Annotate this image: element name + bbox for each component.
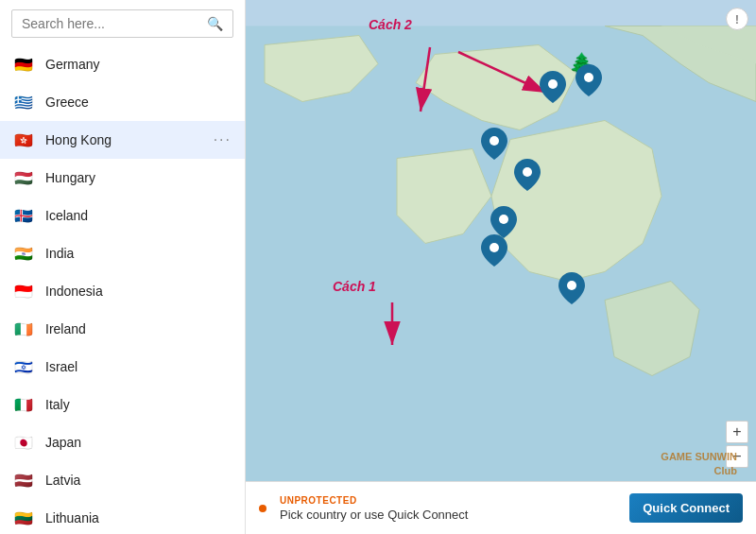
pin-svg	[540, 71, 566, 103]
pin-svg	[514, 159, 541, 191]
flag-india: 🇮🇳	[13, 243, 34, 264]
svg-point-9	[523, 167, 532, 177]
flag-iceland: 🇮🇸	[13, 205, 34, 226]
map-pin-2[interactable]	[575, 64, 603, 98]
map-pin-6[interactable]	[480, 234, 508, 268]
svg-point-11	[490, 243, 499, 252]
sidebar-item-iceland[interactable]: 🇮🇸Iceland	[0, 197, 245, 234]
country-name-iceland: Iceland	[45, 208, 232, 223]
country-name-germany: Germany	[45, 57, 232, 72]
pin-svg	[481, 234, 507, 267]
country-name-hungary: Hungary	[45, 170, 232, 185]
svg-point-8	[490, 136, 499, 146]
sidebar: 🔍 🇩🇪Germany🇬🇷Greece🇭🇰Hong Kong···🇭🇺Hunga…	[0, 0, 246, 534]
sidebar-item-latvia[interactable]: 🇱🇻Latvia	[0, 461, 245, 499]
unprotected-status: UNPROTECTED	[280, 495, 620, 506]
warning-label: !	[735, 12, 739, 26]
flag-hong-kong: 🇭🇰	[13, 129, 34, 150]
map-pin-1[interactable]	[539, 71, 567, 105]
sidebar-item-japan[interactable]: 🇯🇵Japan	[0, 423, 245, 461]
pin-svg	[576, 64, 602, 96]
country-name-japan: Japan	[45, 435, 232, 450]
flag-hungary: 🇭🇺	[13, 167, 34, 188]
sidebar-item-hungary[interactable]: 🇭🇺Hungary	[0, 159, 245, 197]
flag-indonesia: 🇮🇩	[13, 281, 34, 301]
warning-badge: !	[726, 8, 748, 30]
sidebar-item-india[interactable]: 🇮🇳India	[0, 234, 245, 272]
search-box[interactable]: 🔍	[11, 9, 233, 38]
map-pin-4[interactable]	[513, 159, 541, 193]
country-name-ireland: Ireland	[45, 321, 232, 336]
more-options-button[interactable]: ···	[214, 131, 232, 148]
sidebar-item-lithuania[interactable]: 🇱🇹Lithuania	[0, 499, 245, 534]
flag-italy: 🇮🇹	[13, 394, 34, 415]
country-name-india: India	[45, 246, 232, 261]
sidebar-item-ireland[interactable]: 🇮🇪Ireland	[0, 310, 245, 348]
map-pin-7[interactable]	[558, 272, 586, 306]
country-name-italy: Italy	[45, 397, 232, 412]
sidebar-item-germany[interactable]: 🇩🇪Germany	[0, 45, 245, 83]
pin-svg	[558, 272, 585, 304]
svg-point-6	[548, 79, 558, 89]
sidebar-item-hong-kong[interactable]: 🇭🇰Hong Kong···	[0, 121, 245, 159]
country-name-indonesia: Indonesia	[45, 284, 232, 299]
country-name-lithuania: Lithuania	[45, 510, 232, 525]
flag-lithuania: 🇱🇹	[13, 508, 34, 528]
zoom-in-button[interactable]: +	[726, 421, 748, 443]
country-name-israel: Israel	[45, 359, 232, 374]
zoom-out-button[interactable]: −	[726, 445, 748, 468]
flag-greece: 🇬🇷	[13, 92, 34, 112]
flag-ireland: 🇮🇪	[13, 319, 34, 339]
svg-point-10	[499, 215, 508, 224]
search-icon: 🔍	[207, 16, 223, 31]
sidebar-item-israel[interactable]: 🇮🇱Israel	[0, 348, 245, 386]
flag-latvia: 🇱🇻	[13, 470, 34, 491]
search-input[interactable]	[22, 16, 207, 31]
sidebar-item-italy[interactable]: 🇮🇹Italy	[0, 386, 245, 423]
sidebar-item-greece[interactable]: 🇬🇷Greece	[0, 83, 245, 121]
flag-germany: 🇩🇪	[13, 54, 34, 75]
pin-svg	[481, 128, 507, 160]
unprotected-dot	[259, 505, 266, 512]
map-controls: + −	[726, 421, 748, 468]
svg-point-7	[584, 73, 593, 82]
quick-connect-button[interactable]: Quick Connect	[629, 493, 743, 523]
pin-svg	[490, 206, 517, 238]
country-name-latvia: Latvia	[45, 473, 232, 488]
map-pin-3[interactable]	[480, 128, 508, 162]
country-name-greece: Greece	[45, 95, 232, 110]
sidebar-item-indonesia[interactable]: 🇮🇩Indonesia	[0, 272, 245, 310]
country-name-hong-kong: Hong Kong	[45, 132, 210, 147]
map-area: 🌲 ! Cách 2 Cách 1	[246, 0, 756, 534]
flag-israel: 🇮🇱	[13, 356, 34, 377]
svg-point-12	[567, 281, 576, 290]
pick-country-text: Pick country or use Quick Connect	[280, 508, 620, 522]
flag-japan: 🇯🇵	[13, 432, 34, 453]
bottom-bar: UNPROTECTED Pick country or use Quick Co…	[246, 481, 756, 534]
country-list: 🇩🇪Germany🇬🇷Greece🇭🇰Hong Kong···🇭🇺Hungary…	[0, 45, 245, 534]
